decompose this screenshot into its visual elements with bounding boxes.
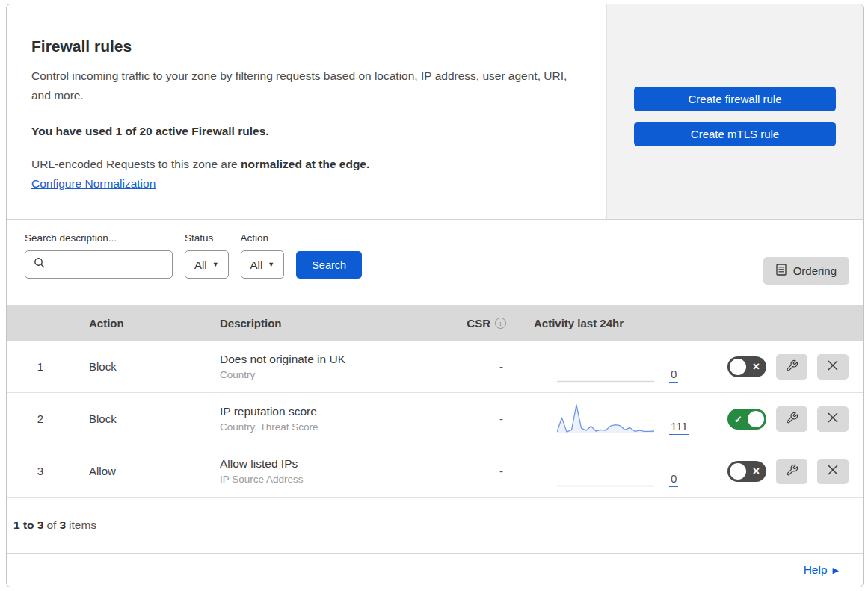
info-icon[interactable]: i [495, 318, 506, 329]
summary-of: of [46, 519, 56, 532]
ordering-button[interactable]: Ordering [763, 257, 849, 285]
toggle-state-icon: ✓ [734, 414, 742, 424]
wrench-icon [786, 359, 798, 374]
normalization-prefix: URL-encoded Requests to this zone are [31, 158, 241, 170]
action-dropdown-value: All [250, 259, 263, 271]
search-box[interactable] [25, 250, 173, 279]
rule-description-cell: IP reputation score Country, Threat Scor… [205, 405, 448, 433]
search-label: Search description... [25, 232, 173, 244]
ordering-button-label: Ordering [793, 264, 837, 277]
col-description: Description [205, 317, 448, 329]
pagination-summary: 1 to 3 of 3 items [7, 498, 863, 553]
rule-action: Block [74, 360, 205, 373]
rule-description-cell: Does not originate in UK Country [205, 353, 448, 380]
search-icon [34, 257, 46, 272]
usage-summary: You have used 1 of 20 active Firewall ru… [31, 125, 576, 138]
rule-action: Block [74, 412, 205, 425]
col-csr-label: CSR [467, 317, 490, 329]
status-filter-group: Status All ▼ [185, 232, 229, 279]
edit-rule-button[interactable] [776, 406, 807, 432]
status-dropdown[interactable]: All ▼ [185, 250, 229, 279]
edit-rule-button[interactable] [776, 459, 807, 484]
summary-total: 3 [59, 519, 66, 532]
rule-description-cell: Allow listed IPs IP Source Address [205, 457, 448, 485]
header-section: Firewall rules Control incoming traffic … [7, 4, 863, 220]
filter-bar: Search description... Status All ▼ Actio… [7, 220, 863, 305]
arrow-right-icon: ▶ [833, 566, 839, 575]
activity-count-link[interactable]: 111 [669, 420, 689, 435]
page-description: Control incoming traffic to your zone by… [31, 66, 576, 105]
rule-description: Allow listed IPs [220, 457, 448, 471]
delete-rule-button[interactable] [817, 354, 849, 380]
rule-controls: × [702, 459, 863, 484]
configure-normalization-link[interactable]: Configure Normalization [31, 177, 156, 191]
rule-activity-cell: 111 [515, 393, 702, 445]
action-dropdown[interactable]: All ▼ [241, 250, 285, 279]
help-bar: Help ▶ [7, 553, 863, 587]
toggle-knob [730, 463, 746, 480]
chevron-down-icon: ▼ [212, 261, 219, 268]
enable-toggle[interactable]: × [727, 356, 766, 377]
enable-toggle[interactable]: ✓ [727, 409, 766, 430]
close-icon [827, 359, 839, 374]
action-label: Action [241, 232, 285, 244]
wrench-icon [786, 412, 798, 427]
rule-controls: × [702, 354, 863, 380]
rule-csr-value: - [499, 465, 515, 477]
rule-criteria: Country, Threat Score [220, 421, 448, 433]
normalization-bold: normalized at the edge. [241, 158, 369, 170]
toggle-knob [730, 359, 746, 375]
rule-description: IP reputation score [220, 405, 448, 418]
table-row: 2 Block IP reputation score Country, Thr… [7, 393, 863, 445]
activity-count-link[interactable]: 0 [669, 472, 678, 487]
normalization-text: URL-encoded Requests to this zone are no… [31, 158, 576, 171]
firewall-rules-card: Firewall rules Control incoming traffic … [6, 4, 864, 587]
action-filter-group: Action All ▼ [241, 232, 285, 279]
activity-count-link[interactable]: 0 [669, 368, 678, 383]
delete-rule-button[interactable] [817, 459, 849, 484]
rule-activity-cell: 0 [515, 341, 702, 392]
edit-rule-button[interactable] [776, 354, 807, 380]
create-firewall-rule-button[interactable]: Create firewall rule [634, 87, 836, 111]
search-group: Search description... [25, 232, 173, 279]
rule-priority: 2 [7, 412, 74, 425]
help-link[interactable]: Help ▶ [804, 563, 839, 577]
table-header: Action Description CSR i Activity last 2… [7, 305, 863, 341]
activity-sparkline [557, 402, 654, 435]
summary-items: items [69, 519, 96, 532]
table-row: 3 Allow Allow listed IPs IP Source Addre… [7, 445, 863, 498]
rule-controls: ✓ [702, 406, 863, 432]
table-row: 1 Block Does not originate in UK Country… [7, 341, 863, 393]
create-mtls-rule-button[interactable]: Create mTLS rule [634, 122, 836, 146]
search-input[interactable] [52, 259, 187, 270]
rule-csr-value: - [499, 360, 515, 373]
actions-panel: Create firewall rule Create mTLS rule [606, 4, 863, 219]
chevron-down-icon: ▼ [268, 261, 274, 268]
rule-priority: 3 [7, 465, 74, 477]
rule-csr-value: - [499, 412, 515, 425]
col-csr: CSR i [467, 317, 515, 329]
status-dropdown-value: All [194, 259, 207, 271]
toggle-state-icon: × [753, 465, 760, 477]
summary-range: 1 to 3 [13, 519, 43, 532]
page-title: Firewall rules [31, 37, 576, 55]
search-button[interactable]: Search [296, 251, 362, 279]
status-label: Status [185, 232, 229, 244]
activity-sparkline [557, 350, 654, 383]
toggle-knob [748, 411, 764, 427]
toggle-state-icon: × [753, 361, 760, 373]
col-activity: Activity last 24hr [515, 317, 702, 329]
list-document-icon [776, 264, 787, 278]
rule-activity-cell: 0 [515, 445, 702, 497]
close-icon [827, 412, 839, 426]
delete-rule-button[interactable] [817, 406, 849, 432]
rule-criteria: Country [220, 369, 448, 380]
rule-criteria: IP Source Address [220, 474, 448, 485]
col-action: Action [74, 317, 205, 329]
close-icon [827, 464, 839, 478]
enable-toggle[interactable]: × [727, 461, 766, 482]
rule-description: Does not originate in UK [220, 353, 448, 366]
rule-action: Allow [74, 465, 205, 477]
wrench-icon [786, 464, 798, 479]
help-link-label: Help [804, 563, 828, 577]
